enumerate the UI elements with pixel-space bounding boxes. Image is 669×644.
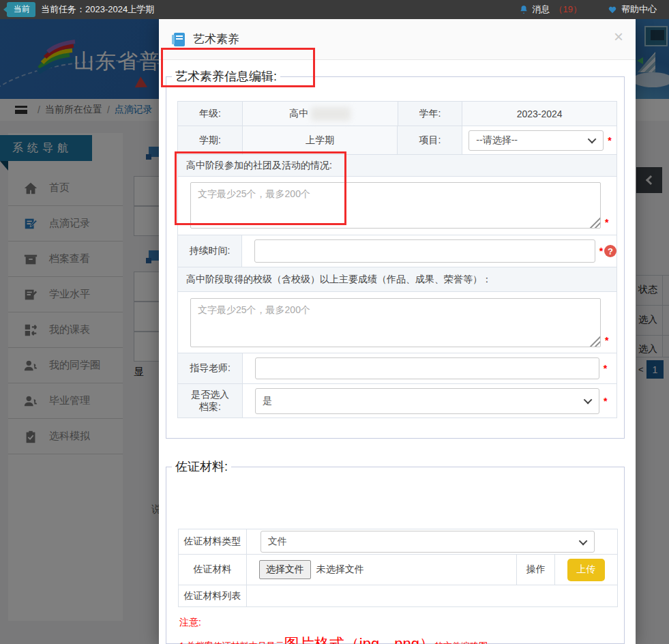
- material-label: 佐证材料: [179, 555, 247, 585]
- grade-value: 高中: [243, 102, 398, 126]
- required-mark: *: [608, 135, 611, 146]
- notes-title: 注意:: [179, 617, 616, 629]
- annotation-box-edit-title: [161, 48, 315, 87]
- archive-label: 是否选入档案:: [178, 384, 243, 418]
- screen: 山东省普通 / 当前所在位置 / 点滴记录 系统导航 首页 点滴记录: [0, 0, 669, 644]
- art-literacy-modal: 艺术素养 × 艺术素养信息编辑: 年级: 高中 学年: 2023-2024 学期…: [159, 19, 636, 644]
- notes-block: 注意: 1.总档案佐证材料中只显示图片格式（jpg、png）的文件缩略图。 2.…: [179, 617, 616, 644]
- archive-select[interactable]: 是: [255, 388, 599, 414]
- achievement-label: 高中阶段取得的校级（含校级）以上主要成绩（作品、成果、荣誉等）：: [178, 267, 617, 291]
- messages-link[interactable]: 消息: [533, 3, 550, 16]
- operation-label: 操作: [517, 555, 555, 585]
- top-taskbar: 当前 当前任务：2023-2024上学期 消息 （19） 帮助中心: [0, 0, 669, 19]
- material-list-empty: [247, 585, 618, 606]
- close-icon[interactable]: ×: [614, 29, 623, 45]
- required-mark: *: [599, 246, 603, 257]
- modal-title: 艺术素养: [193, 31, 239, 47]
- messages-count: （19）: [554, 3, 582, 16]
- material-list-label: 佐证材料列表: [179, 585, 247, 606]
- teacher-input[interactable]: [255, 357, 599, 379]
- material-section-legend: 佐证材料:: [172, 458, 231, 475]
- chevron-down-icon: [584, 396, 593, 405]
- help-icon[interactable]: ?: [604, 245, 616, 257]
- annotation-box-club-field: [175, 151, 346, 225]
- material-type-select[interactable]: 文件: [261, 531, 595, 553]
- help-center-link[interactable]: 帮助中心: [621, 3, 657, 16]
- semester-value: 上学期: [243, 126, 398, 154]
- duration-label: 持续时间:: [178, 235, 242, 267]
- project-label: 项目:: [398, 126, 462, 154]
- chevron-down-icon: [588, 135, 597, 144]
- material-section: 佐证材料: 佐证材料类型 文件 佐证材料 选择文件 未选择文件: [166, 458, 625, 644]
- required-mark: *: [604, 363, 607, 374]
- school-year-value: 2023-2024: [462, 102, 617, 126]
- redacted-text: [311, 107, 351, 121]
- grade-label: 年级:: [178, 102, 243, 126]
- material-table: 佐证材料类型 文件 佐证材料 选择文件 未选择文件 操作 上传: [178, 529, 618, 607]
- required-mark: *: [605, 217, 608, 228]
- chevron-down-icon: [579, 536, 588, 545]
- duration-input[interactable]: [254, 239, 595, 263]
- required-mark: *: [605, 335, 608, 346]
- choose-file-button[interactable]: 选择文件: [259, 560, 311, 579]
- school-year-label: 学年:: [398, 102, 463, 126]
- note-line-1: 1.总档案佐证材料中只显示图片格式（jpg、png）的文件缩略图。: [179, 635, 616, 644]
- document-icon: [174, 33, 185, 46]
- bell-icon: [519, 5, 529, 14]
- file-status-text: 未选择文件: [316, 564, 364, 576]
- semester-label: 学期:: [178, 126, 243, 154]
- current-badge: 当前: [7, 2, 35, 17]
- required-mark: *: [604, 396, 607, 407]
- material-type-label: 佐证材料类型: [179, 529, 247, 554]
- achievement-textarea[interactable]: [190, 298, 601, 347]
- teacher-label: 指导老师:: [178, 353, 243, 383]
- upload-button[interactable]: 上传: [567, 559, 605, 581]
- edit-info-table: 年级: 高中 学年: 2023-2024 学期: 上学期 项目: --请选择--…: [177, 101, 617, 418]
- project-select[interactable]: --请选择--: [469, 130, 604, 151]
- current-task-text: 当前任务：2023-2024上学期: [41, 3, 154, 16]
- heart-icon: [608, 5, 617, 14]
